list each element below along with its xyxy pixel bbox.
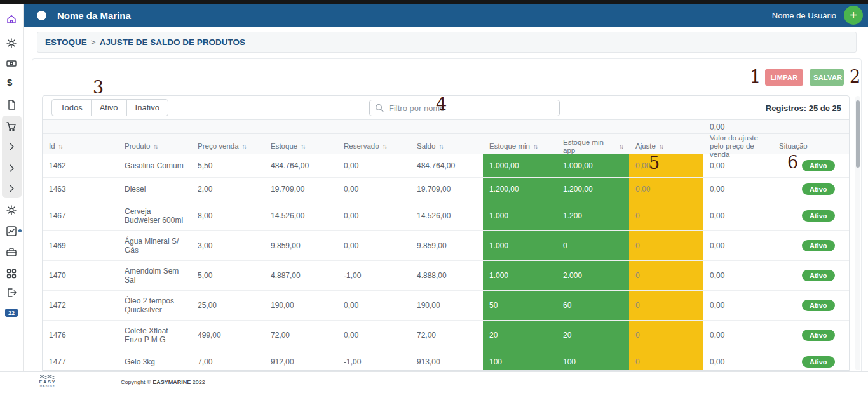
sort-icon[interactable]: ↑↓ — [301, 142, 304, 150]
chart-icon[interactable] — [6, 225, 17, 237]
status-badge[interactable]: Ativo — [802, 270, 835, 281]
totals-cell — [264, 120, 337, 133]
col-label: Estoque min — [489, 142, 530, 150]
sort-icon[interactable]: ↑↓ — [619, 142, 623, 150]
cell-adjust[interactable]: 0,00 — [629, 154, 703, 177]
cell-balance: 484.764,00 — [410, 154, 483, 177]
cell-adjust[interactable]: 0 — [629, 321, 703, 350]
sort-icon[interactable]: ↑↓ — [383, 142, 386, 150]
cell-balance: 14.526,00 — [410, 201, 483, 230]
notification-badge[interactable]: 22 — [5, 309, 18, 317]
logout-icon[interactable] — [6, 287, 17, 298]
home-icon[interactable] — [6, 13, 17, 25]
clear-button[interactable]: LIMPAR — [765, 69, 803, 86]
cell-reserved: 0,00 — [337, 154, 410, 177]
cell-adjust[interactable]: 0 — [629, 261, 703, 290]
status-badge[interactable]: Ativo — [802, 300, 835, 311]
adjust-total-value: 0,00 — [703, 120, 773, 133]
table-row: 1477Gelo 3kg7,00912,00-1,00913,001001000… — [43, 350, 849, 371]
cell-status: Ativo — [773, 291, 850, 320]
cell-product: Gelo 3kg — [118, 350, 191, 371]
cell-balance: 72,00 — [410, 321, 483, 350]
tab-todos[interactable]: Todos — [51, 99, 92, 116]
table-row: 1469Água Mineral S/ Gás3,009.859,000,009… — [43, 231, 849, 261]
cell-reserved: 0,00 — [337, 231, 410, 260]
chevron-right-icon[interactable] — [6, 183, 17, 194]
cell-stock: 4.887,00 — [264, 261, 337, 290]
sort-icon[interactable]: ↑↓ — [58, 142, 62, 150]
chevron-right-icon[interactable] — [6, 163, 17, 174]
totals-cell — [191, 120, 264, 133]
cell-min: 20 — [483, 321, 557, 350]
cell-adjust[interactable]: 0,00 — [629, 178, 703, 201]
cell-product: Água Mineral S/ Gás — [118, 231, 191, 260]
annotation-5: 5 — [649, 154, 660, 171]
cell-adjust[interactable]: 0 — [629, 231, 703, 260]
cell-status: Ativo — [773, 201, 850, 230]
gear-icon[interactable] — [6, 37, 17, 49]
col-label: Produto — [125, 142, 150, 150]
cell-id: 1467 — [43, 201, 118, 230]
cell-price: 2,00 — [191, 178, 264, 201]
document-icon[interactable] — [6, 99, 17, 110]
status-badge[interactable]: Ativo — [802, 160, 835, 171]
cell-stock: 484.764,00 — [264, 154, 337, 177]
cell-adjust[interactable]: 0 — [629, 201, 703, 230]
status-badge[interactable]: Ativo — [802, 183, 835, 195]
page-title: AJUSTE DE SALDO DE PRODUTOS — [100, 37, 245, 47]
sort-icon[interactable]: ↑↓ — [242, 142, 246, 150]
gear-icon[interactable] — [6, 204, 17, 216]
scrollbar-thumb[interactable] — [856, 100, 860, 168]
annotation-6: 6 — [787, 154, 798, 171]
cell-adjust[interactable]: 0 — [629, 350, 703, 371]
cell-status: Ativo — [773, 261, 850, 290]
sort-icon[interactable]: ↑↓ — [659, 142, 663, 150]
status-badge[interactable]: Ativo — [802, 240, 835, 251]
briefcase-icon[interactable] — [6, 246, 17, 258]
col-label: Id — [49, 142, 55, 150]
totals-cell — [483, 120, 557, 133]
chevron-right-icon[interactable] — [6, 141, 17, 152]
banknote-icon[interactable] — [6, 58, 17, 69]
grid-icon[interactable] — [6, 268, 17, 279]
cell-min: 1.000 — [483, 231, 557, 260]
marina-logo-circle — [37, 11, 46, 20]
app-window: $ 22 ? Nome da Marina Nome de Usuário — [0, 0, 868, 393]
totals-cell — [118, 120, 191, 133]
annotation-3: 3 — [93, 79, 104, 96]
cell-id: 1463 — [43, 178, 118, 201]
cell-price: 5,00 — [191, 261, 264, 290]
cell-stock: 9.859,00 — [264, 231, 337, 260]
cell-reserved: 0,00 — [337, 201, 410, 230]
cell-min_app: 100 — [557, 350, 629, 371]
status-badge[interactable]: Ativo — [802, 356, 835, 368]
cell-stock: 19.709,00 — [264, 178, 337, 201]
table-row: 1476Colete Xfloat Enzo P M G499,0072,000… — [43, 321, 849, 350]
save-button[interactable]: SALVAR — [810, 69, 844, 86]
cell-reserved: 0,00 — [337, 178, 410, 201]
cell-adjust_value: 0,00 — [703, 154, 773, 177]
tab-inativo[interactable]: Inativo — [126, 99, 168, 116]
status-badge[interactable]: Ativo — [802, 210, 835, 222]
cart-icon[interactable] — [6, 121, 17, 132]
sort-icon[interactable]: ↑↓ — [153, 142, 157, 150]
dollar-icon[interactable]: $ — [7, 77, 12, 88]
logo-text-marine: MARINE — [37, 384, 58, 387]
search-input[interactable] — [369, 100, 560, 116]
tab-ativo[interactable]: Ativo — [91, 99, 127, 116]
cell-status: Ativo — [773, 350, 850, 371]
sort-icon[interactable]: ↑↓ — [533, 142, 537, 150]
cell-price: 3,00 — [191, 231, 264, 260]
marina-name: Nome da Marina — [57, 10, 131, 21]
add-button[interactable]: + — [844, 6, 863, 25]
annotation-2: 2 — [850, 68, 860, 85]
cell-min: 1.000,00 — [483, 154, 557, 177]
cell-reserved: -1,00 — [337, 261, 410, 290]
user-name[interactable]: Nome de Usuário — [772, 11, 836, 20]
cell-status: Ativo — [773, 321, 850, 350]
status-badge[interactable]: Ativo — [802, 330, 835, 341]
col-label: Saldo — [417, 142, 435, 150]
cell-adjust[interactable]: 0 — [629, 291, 703, 320]
sort-icon[interactable]: ↑↓ — [438, 142, 442, 150]
totals-cell — [557, 120, 629, 133]
